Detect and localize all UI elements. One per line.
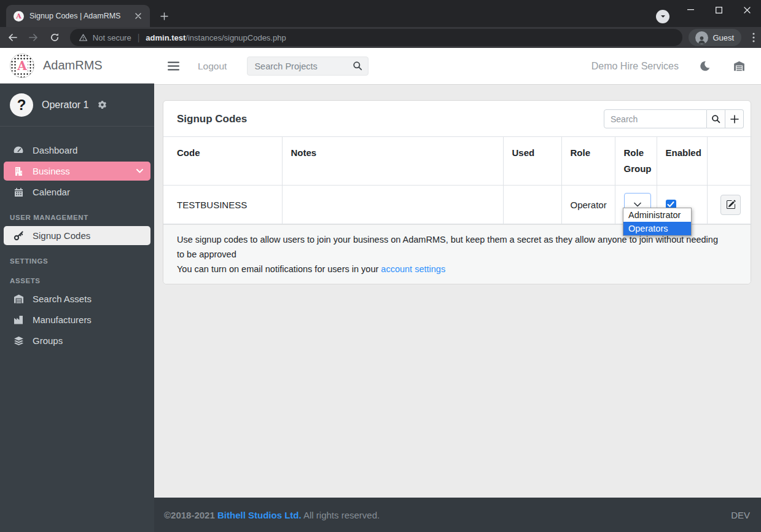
sidebar-item-business[interactable]: Business <box>4 162 150 181</box>
security-label: Not secure <box>93 33 131 42</box>
page-title: Signup Codes <box>177 113 247 125</box>
browser-tab[interactable]: A Signup Codes | AdamRMS <box>6 5 150 27</box>
copyright-years: ©2018-2021 <box>164 510 215 520</box>
column-header-role: Role <box>561 137 615 186</box>
page-content: Signup Codes C <box>154 85 761 498</box>
search-button[interactable] <box>707 109 725 128</box>
sidebar-item-label: Business <box>33 166 70 176</box>
warning-icon <box>79 33 88 42</box>
sidebar-item-label: Signup Codes <box>33 230 90 241</box>
account-settings-link[interactable]: account settings <box>381 264 445 274</box>
sidebar: A AdamRMS ? Operator 1 Dashboard Busines… <box>0 48 154 532</box>
hamburger-icon[interactable] <box>168 61 179 71</box>
notes-cell <box>282 186 503 224</box>
column-header-role-group: Role Group <box>615 137 657 186</box>
sidebar-item-dashboard[interactable]: Dashboard <box>4 141 150 160</box>
warehouse-icon <box>12 294 25 303</box>
browser-menu-icon[interactable] <box>746 30 761 45</box>
sidebar-item-search-assets[interactable]: Search Assets <box>4 289 150 308</box>
tab-title: Signup Codes | AdamRMS <box>29 12 133 20</box>
adamrms-logo: A <box>10 53 34 78</box>
section-assets: ASSETS <box>10 277 154 284</box>
logout-link[interactable]: Logout <box>198 61 227 72</box>
brand-name: AdamRMS <box>43 58 103 72</box>
project-search <box>247 57 369 76</box>
url-separator: | <box>138 33 140 42</box>
copyright-text: ©2018-2021 Bithell Studios Ltd. All righ… <box>164 510 380 520</box>
url-path: /instances/signupCodes.php <box>185 33 286 42</box>
navbar-right: Demo Hire Services <box>591 61 745 72</box>
code-cell: TESTBUSINESS <box>163 186 282 224</box>
column-header-enabled: Enabled <box>657 137 707 186</box>
tab-search-button[interactable] <box>656 10 669 23</box>
brand-header[interactable]: A AdamRMS <box>0 48 154 84</box>
reload-icon[interactable] <box>47 29 63 45</box>
sidebar-item-label: Calendar <box>33 187 70 197</box>
sidebar-item-label: Groups <box>33 335 63 346</box>
sidebar-item-signup-codes[interactable]: Signup Codes <box>4 226 150 245</box>
project-search-input[interactable] <box>247 57 369 76</box>
card-header: Signup Codes <box>163 101 751 136</box>
browser-toolbar: Not secure | admin.test/instances/signup… <box>0 27 761 48</box>
window-controls <box>676 0 761 20</box>
search-icon[interactable] <box>353 61 362 71</box>
dropdown-option-administrator[interactable]: Administrator <box>623 208 691 222</box>
gear-icon[interactable] <box>97 100 107 110</box>
page-footer: ©2018-2021 Bithell Studios Ltd. All righ… <box>154 498 761 532</box>
table-header-row: Code Notes Used Role Role Group Enabled <box>163 137 752 186</box>
business-name[interactable]: Demo Hire Services <box>591 61 679 72</box>
tab-close-icon[interactable] <box>133 10 144 22</box>
warehouse-icon[interactable] <box>733 61 745 71</box>
calendar-icon <box>12 187 25 197</box>
maximize-icon[interactable] <box>704 0 733 20</box>
top-navbar: Logout Demo Hire Services <box>154 48 761 85</box>
user-avatar: ? <box>10 93 33 117</box>
sidebar-item-label: Manufacturers <box>33 315 92 325</box>
minimize-icon[interactable] <box>676 0 704 20</box>
column-header-used: Used <box>503 137 561 186</box>
actions-cell <box>707 186 752 224</box>
note-line: You can turn on email notifications for … <box>177 262 737 276</box>
add-code-button[interactable] <box>725 109 744 128</box>
address-bar[interactable]: Not secure | admin.test/instances/signup… <box>70 29 683 46</box>
env-badge: DEV <box>731 510 750 520</box>
profile-label: Guest <box>712 33 734 42</box>
industry-icon <box>12 315 25 324</box>
section-user-management: USER MANAGEMENT <box>10 214 154 221</box>
role-cell: Operator <box>561 186 615 224</box>
edit-button[interactable] <box>720 195 741 215</box>
adamrms-favicon: A <box>14 11 24 22</box>
sidebar-item-groups[interactable]: Groups <box>4 331 150 350</box>
sidebar-item-label: Dashboard <box>33 145 77 155</box>
rights-text: All rights reserved. <box>303 510 380 520</box>
column-header-actions <box>707 137 752 186</box>
main-area: Logout Demo Hire Services Signup Codes <box>154 48 761 532</box>
note-text: You can turn on email notifications for … <box>177 264 381 274</box>
table-search-group <box>604 109 744 128</box>
column-header-notes: Notes <box>282 137 503 186</box>
key-icon <box>12 230 25 241</box>
company-link[interactable]: Bithell Studios Ltd. <box>217 510 302 520</box>
close-icon[interactable] <box>733 0 761 20</box>
table-search-input[interactable] <box>604 109 707 128</box>
back-icon[interactable] <box>5 29 21 45</box>
browser-tabstrip: A Signup Codes | AdamRMS <box>0 0 761 27</box>
chevron-down-icon <box>136 169 143 173</box>
user-name: Operator 1 <box>42 100 88 111</box>
profile-button[interactable]: Guest <box>689 29 741 46</box>
section-settings: SETTINGS <box>10 257 154 265</box>
note-line: to be approved <box>177 247 737 262</box>
url-host: admin.test <box>146 33 185 42</box>
forward-icon[interactable] <box>26 29 42 45</box>
column-header-code: Code <box>163 137 282 186</box>
sidebar-item-manufacturers[interactable]: Manufacturers <box>4 310 150 329</box>
dropdown-option-operators[interactable]: Operators <box>623 222 691 235</box>
sidebar-item-label: Search Assets <box>33 294 92 304</box>
dashboard-icon <box>12 146 25 155</box>
role-group-dropdown: Administrator Operators <box>623 208 692 236</box>
moon-icon[interactable] <box>700 61 710 71</box>
sidebar-nav: Dashboard Business Calendar USER MANAGEM… <box>0 127 154 350</box>
new-tab-button[interactable] <box>156 8 172 24</box>
user-avatar-icon <box>695 31 708 44</box>
sidebar-item-calendar[interactable]: Calendar <box>4 182 150 201</box>
